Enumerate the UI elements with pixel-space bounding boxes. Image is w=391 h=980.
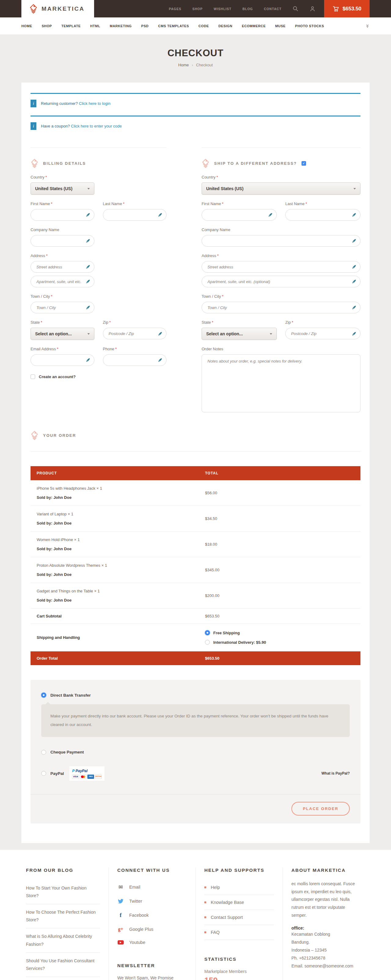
- pen-icon: [157, 358, 162, 363]
- subnav-shop[interactable]: SHOP: [41, 24, 52, 28]
- blog-post-link[interactable]: How To Start Your Own Fashion Store?: [26, 880, 100, 904]
- billing-company-input[interactable]: [30, 235, 94, 247]
- social-label: Facebook: [129, 913, 149, 918]
- product-name[interactable]: Proton Absolute Wordpress Themes × 1: [37, 563, 205, 568]
- nav-more-icon[interactable]: ≫: [366, 24, 370, 28]
- shipping-company-input[interactable]: [202, 235, 361, 247]
- order-total-label: Order Total: [37, 656, 205, 660]
- free-shipping-label: Free Shipping: [213, 631, 240, 635]
- shipping-zip-input[interactable]: [285, 328, 361, 339]
- ship-different-title: SHIP TO A DIFFERENT ADDRESS?: [214, 161, 297, 165]
- help-link[interactable]: Contact Support: [204, 910, 274, 925]
- required-asterisk: *: [46, 175, 47, 180]
- top-nav-blog[interactable]: BLOG: [243, 7, 253, 11]
- product-seller: Sold by: John Doe: [37, 547, 205, 551]
- free-shipping-radio[interactable]: [205, 630, 210, 635]
- bank-transfer-radio[interactable]: [41, 693, 46, 698]
- billing-zip-input[interactable]: [103, 328, 167, 339]
- office-label: office:: [291, 926, 361, 931]
- search-icon[interactable]: [292, 6, 299, 12]
- create-account-checkbox[interactable]: [30, 374, 35, 379]
- product-name[interactable]: iPhone 5s with Headphones Jack × 1: [37, 486, 205, 491]
- product-name[interactable]: Gadget and Things on the Table × 1: [37, 589, 205, 593]
- subnav-html[interactable]: HTML: [90, 24, 100, 28]
- top-nav-shop[interactable]: SHOP: [192, 7, 203, 11]
- social-label: Twitter: [129, 899, 142, 904]
- table-row: iPhone 5s with Headphones Jack × 1Sold b…: [30, 480, 361, 506]
- product-seller: Sold by: John Doe: [37, 598, 205, 603]
- shipping-section: SHIP TO A DIFFERENT ADDRESS? ✓ Country* …: [202, 147, 361, 414]
- help-label: Help: [211, 885, 220, 890]
- shipping-street-input[interactable]: [202, 261, 361, 273]
- subnav-psd[interactable]: PSD: [141, 24, 148, 28]
- billing-town-input[interactable]: [30, 302, 94, 313]
- footer-help-column: HELP AND SUPPORTS Help Knowladge Base Co…: [196, 867, 283, 980]
- cheque-payment-radio[interactable]: [41, 750, 46, 755]
- social-link-email[interactable]: ✉ Email: [117, 880, 187, 894]
- billing-apartment-input[interactable]: [30, 276, 94, 287]
- billing-street-input[interactable]: [30, 261, 94, 273]
- required-asterisk: *: [292, 320, 293, 325]
- social-link-twitter[interactable]: Twitter: [117, 894, 187, 908]
- help-link[interactable]: FAQ: [204, 925, 274, 940]
- billing-country-select[interactable]: United States (US): [30, 183, 94, 195]
- order-notes-textarea[interactable]: [202, 354, 361, 412]
- subnav-design[interactable]: DESIGN: [218, 24, 232, 28]
- help-link[interactable]: Knowladge Base: [204, 895, 274, 910]
- subnav-cms-templates[interactable]: CMS TEMPLATES: [158, 24, 189, 28]
- blog-post-link[interactable]: Should You Use Fashion Consultant Servic…: [26, 953, 100, 977]
- product-name[interactable]: Women Hold iPhone × 1: [37, 538, 205, 542]
- ship-different-checkbox[interactable]: ✓: [302, 161, 306, 165]
- required-asterisk: *: [41, 320, 42, 325]
- shipping-apartment-input[interactable]: [202, 276, 361, 287]
- product-total: $200.00: [205, 593, 354, 598]
- billing-first-name-input[interactable]: [30, 209, 94, 221]
- subnav-ecommerce[interactable]: ECOMMERCE: [242, 24, 266, 28]
- blog-post-link[interactable]: Plus Size Fashion: Is There Such a Thing…: [26, 977, 100, 980]
- user-icon[interactable]: [310, 6, 316, 12]
- logo[interactable]: MARKETICA: [21, 0, 94, 18]
- shipping-town-input[interactable]: [202, 302, 361, 313]
- subnav-home[interactable]: HOME: [21, 24, 32, 28]
- subnav-muse[interactable]: MUSE: [275, 24, 286, 28]
- total-column-header: TOTAL: [205, 471, 354, 475]
- zip-label: Zip: [103, 320, 108, 325]
- shipping-state-select[interactable]: Select an option...: [202, 328, 277, 340]
- social-link-youtube[interactable]: ▶ Youtube: [117, 936, 187, 949]
- help-link[interactable]: Help: [204, 880, 274, 895]
- cart-button[interactable]: $653.50: [324, 0, 370, 18]
- shipping-last-name-input[interactable]: [285, 209, 361, 221]
- breadcrumb-home[interactable]: Home: [178, 63, 189, 67]
- coupon-link[interactable]: Click here to enter your code: [71, 124, 122, 128]
- social-link-google-plus[interactable]: g+ Google Plus: [117, 923, 187, 936]
- billing-state-select[interactable]: Select an option...: [30, 328, 94, 340]
- shipping-first-name-input[interactable]: [202, 209, 277, 221]
- coupon-notice: i Have a coupon? Click here to enter you…: [30, 116, 361, 138]
- subnav-code[interactable]: CODE: [199, 24, 209, 28]
- product-name[interactable]: Variant of Laptop × 1: [37, 512, 205, 516]
- subnav-photo-stocks[interactable]: PHOTO STOCKS: [295, 24, 324, 28]
- brand-name: MARKETICA: [41, 5, 84, 12]
- shipping-country-select[interactable]: United States (US): [202, 183, 361, 195]
- top-nav-contact[interactable]: CONTACT: [264, 7, 281, 11]
- blog-post-link[interactable]: How To Choose The Perfect Fashion Store?: [26, 904, 100, 928]
- billing-phone-input[interactable]: [103, 354, 167, 366]
- login-link[interactable]: Click here to login: [79, 101, 110, 106]
- billing-last-name-input[interactable]: [103, 209, 167, 221]
- social-link-facebook[interactable]: f Facebook: [117, 908, 187, 923]
- subnav-marketing[interactable]: MARKETING: [110, 24, 132, 28]
- paypal-radio[interactable]: [41, 771, 46, 776]
- state-label: State: [30, 320, 40, 325]
- international-delivery-radio[interactable]: [205, 640, 210, 645]
- marketplace-members-value: 159: [204, 976, 274, 980]
- top-nav-wishlist[interactable]: WISHLIST: [213, 7, 231, 11]
- section-tag-icon: [30, 431, 38, 440]
- what-is-paypal-link[interactable]: What is PayPal?: [321, 771, 350, 775]
- top-nav-pages[interactable]: PAGES: [169, 7, 181, 11]
- billing-email-input[interactable]: [30, 354, 94, 366]
- subnav-template[interactable]: TEMPLATE: [61, 24, 81, 28]
- required-asterisk: *: [217, 253, 219, 258]
- blog-post-link[interactable]: What is So Alluring About Celebrity Fash…: [26, 928, 100, 953]
- place-order-button[interactable]: PLACE ORDER: [291, 802, 350, 816]
- pen-icon: [157, 331, 162, 336]
